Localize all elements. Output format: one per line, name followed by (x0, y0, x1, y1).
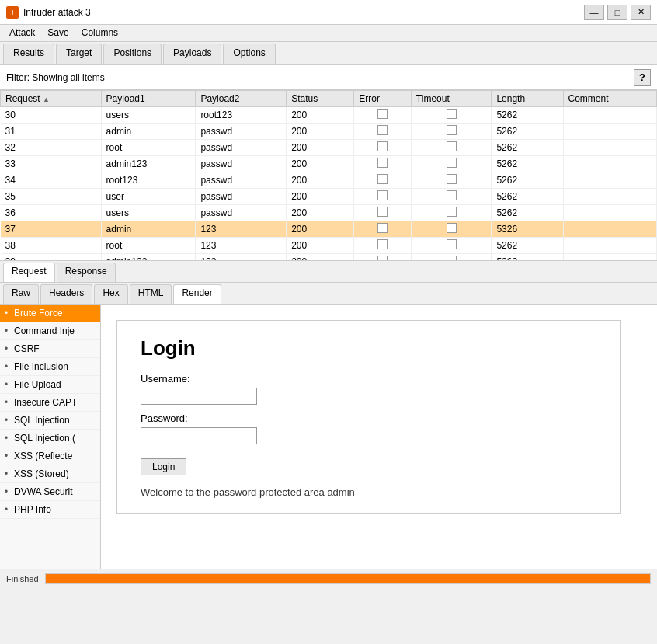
col-timeout[interactable]: Timeout (411, 91, 492, 107)
cell-request: 34 (1, 172, 102, 189)
view-tab-raw[interactable]: Raw (3, 284, 39, 304)
view-tab-headers[interactable]: Headers (40, 284, 92, 304)
cell-payload2: 123 (196, 254, 287, 262)
cell-timeout[interactable] (411, 156, 492, 172)
cell-payload1: user (101, 189, 196, 205)
table-row[interactable]: 39 admin123 123 200 5262 (1, 254, 657, 262)
cell-timeout[interactable] (411, 124, 492, 140)
cell-error[interactable] (354, 156, 412, 172)
password-input[interactable] (141, 427, 257, 444)
status-bar: Finished (0, 569, 657, 587)
col-length[interactable]: Length (492, 91, 563, 107)
table-row[interactable]: 30 users root123 200 5262 (1, 107, 657, 124)
cell-length: 5262 (492, 124, 563, 140)
close-button[interactable]: ✕ (631, 5, 651, 20)
sidebar-item-4[interactable]: File Upload (0, 376, 100, 394)
view-tab-bar: Raw Headers Hex HTML Render (0, 283, 657, 305)
col-payload2[interactable]: Payload2 (196, 91, 287, 107)
cell-error[interactable] (354, 124, 412, 140)
menu-columns[interactable]: Columns (75, 26, 124, 40)
col-error[interactable]: Error (354, 91, 412, 107)
cell-timeout[interactable] (411, 254, 492, 262)
sidebar-item-7[interactable]: SQL Injection ( (0, 430, 100, 447)
sidebar-item-3[interactable]: File Inclusion (0, 358, 100, 376)
sidebar-item-2[interactable]: CSRF (0, 340, 100, 358)
cell-payload1: admin123 (101, 254, 196, 262)
view-tab-html[interactable]: HTML (130, 284, 172, 304)
table-row[interactable]: 38 root 123 200 5262 (1, 238, 657, 254)
help-button[interactable]: ? (634, 69, 651, 86)
cell-comment (563, 172, 657, 189)
view-tab-hex[interactable]: Hex (94, 284, 127, 304)
cell-payload2: 123 (196, 238, 287, 254)
cell-comment (563, 124, 657, 140)
table-row[interactable]: 31 admin passwd 200 5262 (1, 124, 657, 140)
table-row[interactable]: 37 admin 123 200 5326 (1, 221, 657, 238)
sidebar-item-0[interactable]: Brute Force (0, 305, 100, 322)
tab-positions[interactable]: Positions (103, 44, 162, 64)
cell-request: 31 (1, 124, 102, 140)
cell-comment (563, 156, 657, 172)
cell-error[interactable] (354, 189, 412, 205)
sidebar-item-6[interactable]: SQL Injection (0, 412, 100, 430)
cell-payload1: admin (101, 221, 196, 238)
window-controls: — □ ✕ (584, 5, 651, 20)
cell-error[interactable] (354, 205, 412, 221)
cell-error[interactable] (354, 140, 412, 156)
tab-target[interactable]: Target (56, 44, 102, 64)
sidebar-item-8[interactable]: XSS (Reflecte (0, 447, 100, 465)
sidebar-item-10[interactable]: DVWA Securit (0, 483, 100, 501)
cell-request: 37 (1, 221, 102, 238)
minimize-button[interactable]: — (584, 5, 604, 20)
app-icon: I (6, 6, 19, 19)
results-table: Request ▲ Payload1 Payload2 Status Error… (0, 90, 657, 261)
main-tab-bar: Results Target Positions Payloads Option… (0, 42, 657, 65)
cell-timeout[interactable] (411, 238, 492, 254)
table-row[interactable]: 36 users passwd 200 5262 (1, 205, 657, 221)
sidebar-item-1[interactable]: Command Inje (0, 322, 100, 340)
maximize-button[interactable]: □ (607, 5, 627, 20)
table-row[interactable]: 34 root123 passwd 200 5262 (1, 172, 657, 189)
col-status[interactable]: Status (287, 91, 354, 107)
menu-attack[interactable]: Attack (3, 26, 41, 40)
cell-payload1: admin123 (101, 156, 196, 172)
table-row[interactable]: 32 root passwd 200 5262 (1, 140, 657, 156)
cell-timeout[interactable] (411, 172, 492, 189)
cell-timeout[interactable] (411, 189, 492, 205)
col-comment[interactable]: Comment (563, 91, 657, 107)
cell-length: 5262 (492, 107, 563, 124)
tab-results[interactable]: Results (3, 44, 54, 64)
cell-timeout[interactable] (411, 140, 492, 156)
table-row[interactable]: 33 admin123 passwd 200 5262 (1, 156, 657, 172)
cell-timeout[interactable] (411, 107, 492, 124)
username-input[interactable] (141, 388, 257, 405)
login-title: Login (141, 336, 597, 360)
cell-error[interactable] (354, 238, 412, 254)
sidebar-item-5[interactable]: Insecure CAPT (0, 394, 100, 412)
login-button[interactable]: Login (141, 458, 186, 475)
tab-request[interactable]: Request (3, 263, 55, 282)
results-table-container[interactable]: Request ▲ Payload1 Payload2 Status Error… (0, 90, 657, 261)
cell-timeout[interactable] (411, 221, 492, 238)
col-request[interactable]: Request ▲ (1, 91, 102, 107)
col-payload1[interactable]: Payload1 (101, 91, 196, 107)
cell-error[interactable] (354, 107, 412, 124)
sidebar-item-11[interactable]: PHP Info (0, 501, 100, 519)
bottom-panel: Brute ForceCommand InjeCSRFFile Inclusio… (0, 305, 657, 569)
tab-response[interactable]: Response (57, 263, 116, 282)
left-sidebar: Brute ForceCommand InjeCSRFFile Inclusio… (0, 305, 101, 569)
cell-payload1: admin (101, 124, 196, 140)
cell-request: 32 (1, 140, 102, 156)
cell-error[interactable] (354, 172, 412, 189)
tab-payloads[interactable]: Payloads (163, 44, 221, 64)
username-group: Username: (141, 373, 597, 405)
menu-save[interactable]: Save (41, 26, 75, 40)
table-row[interactable]: 35 user passwd 200 5262 (1, 189, 657, 205)
view-tab-render[interactable]: Render (173, 284, 221, 304)
tab-options[interactable]: Options (223, 44, 275, 64)
cell-error[interactable] (354, 221, 412, 238)
sidebar-item-9[interactable]: XSS (Stored) (0, 465, 100, 483)
cell-error[interactable] (354, 254, 412, 262)
cell-timeout[interactable] (411, 205, 492, 221)
cell-payload2: root123 (196, 107, 287, 124)
